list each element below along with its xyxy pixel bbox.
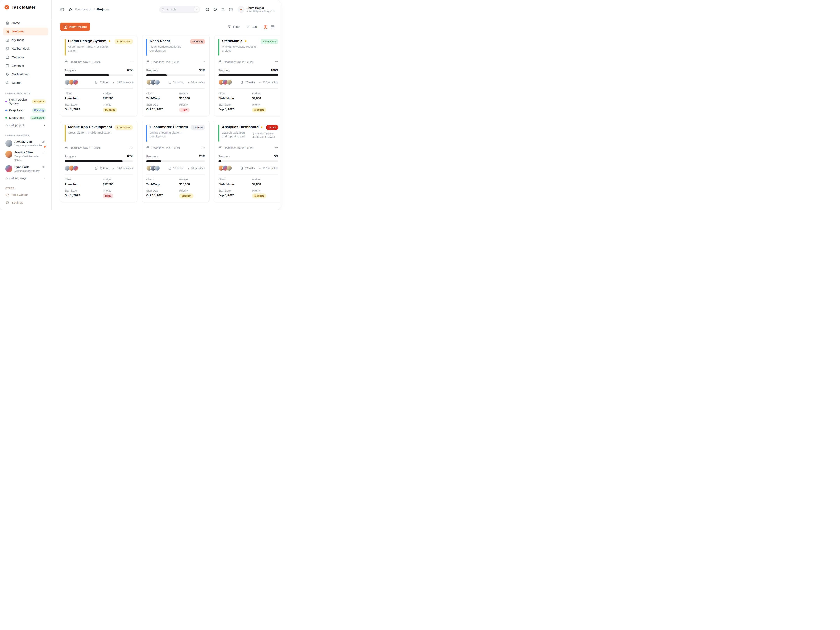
- theme-toggle-icon[interactable]: [205, 7, 210, 12]
- filter-button[interactable]: Filter: [227, 25, 240, 29]
- user-profile[interactable]: Shiva Bajpai shiva@elysiumdesigns.in: [238, 6, 275, 13]
- sidebar-item-contacts[interactable]: Contacts: [3, 62, 48, 69]
- avatar: [5, 151, 13, 158]
- budget-value: $9,800: [252, 96, 278, 100]
- calendar-icon: [146, 60, 150, 63]
- card-header: Analytics Dashboard Data visualization a…: [218, 125, 278, 144]
- message-alex-morgan[interactable]: Alex Morgan 2m Hey, can you review the..…: [3, 138, 48, 149]
- message-time: 3h: [43, 166, 46, 169]
- message-ryan-park[interactable]: Ryan Park 3h Meeting at 3pm today: [3, 164, 48, 174]
- sidebar-item-home[interactable]: Home: [3, 19, 48, 27]
- card-header: E-commerce Platform Online shopping plat…: [146, 125, 205, 144]
- content: New Project Filter Sort: [52, 19, 280, 210]
- project-card-analytics-dashboard[interactable]: Analytics Dashboard Data visualization a…: [214, 121, 280, 202]
- card-description: UI component library for design system: [68, 45, 112, 53]
- search-input[interactable]: [166, 8, 193, 11]
- start-date-label: Start Date: [146, 103, 177, 106]
- start-date-label: Start Date: [218, 189, 250, 192]
- notifications-bell-icon[interactable]: [221, 7, 225, 12]
- deadline-text: Deadline: Nov 15, 2024: [70, 146, 100, 150]
- avatar: [73, 165, 78, 171]
- kanban-icon: [5, 47, 9, 51]
- progress-value: 35%: [199, 68, 205, 72]
- card-header: Keep React React component library devel…: [146, 39, 205, 58]
- see-all-projects[interactable]: See all project: [3, 122, 48, 129]
- other-label: Settings: [12, 201, 23, 204]
- breadcrumb-parent[interactable]: Dashboards: [75, 8, 92, 11]
- tasks-stat: 24 tasks: [95, 81, 109, 84]
- sidebar-item-notifications[interactable]: Notifications: [3, 70, 48, 78]
- budget-value: $18,000: [179, 96, 205, 100]
- latest-project-figma-design-system[interactable]: Figma Design System Progress: [3, 96, 48, 107]
- priority-badge: Medium: [179, 193, 193, 198]
- star-icon[interactable]: [108, 39, 111, 43]
- latest-project-keep-react[interactable]: Keep React Planning: [3, 107, 48, 114]
- sidebar-item-projects[interactable]: Projects: [3, 28, 48, 35]
- sidebar-item-calendar[interactable]: Calendar: [3, 53, 48, 61]
- right-panel-toggle-icon[interactable]: [229, 7, 233, 12]
- new-project-label: New Project: [69, 25, 87, 28]
- topbar-left: [60, 7, 73, 12]
- other-label: Help Center: [12, 193, 28, 197]
- activities-count: 214 activities: [263, 81, 278, 84]
- tasks-count: 18 tasks: [173, 167, 183, 170]
- client-label: Client: [146, 178, 177, 181]
- activities-count: 86 activities: [191, 167, 205, 170]
- progress-value: 65%: [127, 68, 133, 72]
- message-time: 2m: [42, 141, 46, 143]
- other-item-help-center[interactable]: Help Center: [3, 191, 48, 199]
- message-jessica-chen[interactable]: Jessica Chen 1h I've pushed the code cha…: [3, 149, 48, 163]
- sort-button[interactable]: Sort: [246, 25, 257, 29]
- sidebar: Task Master Home Projects My Tasks Kanba…: [0, 0, 52, 210]
- project-card-e-commerce-platform[interactable]: E-commerce Platform Online shopping plat…: [142, 121, 210, 202]
- card-menu-icon[interactable]: [129, 60, 133, 64]
- card-menu-icon[interactable]: [275, 60, 278, 64]
- project-card-staticmania[interactable]: StaticMania Marketing website redesign p…: [214, 35, 280, 117]
- new-project-button[interactable]: New Project: [60, 22, 90, 31]
- card-title: Figma Design System: [68, 39, 106, 43]
- card-avatars: [218, 79, 232, 85]
- card-menu-icon[interactable]: [201, 60, 205, 64]
- list-view-icon[interactable]: [270, 25, 275, 29]
- sidebar-toggle-icon[interactable]: [60, 7, 64, 12]
- latest-project-staticmania[interactable]: StaticMania Completed: [3, 114, 48, 122]
- app-logo[interactable]: Task Master: [3, 3, 48, 11]
- deadline-text: Deadline: Oct 25, 2026: [224, 60, 253, 63]
- card-menu-icon[interactable]: [201, 146, 205, 150]
- card-title: StaticMania: [222, 39, 243, 43]
- project-card-mobile-app-development[interactable]: Mobile App Development Cross-platform mo…: [60, 121, 137, 202]
- plus-icon: [63, 25, 68, 29]
- project-card-figma-design-system[interactable]: Figma Design System UI component library…: [60, 35, 137, 117]
- card-description: Online shopping platform development: [150, 131, 188, 139]
- project-card-keep-react[interactable]: Keep React React component library devel…: [142, 35, 210, 117]
- grid-view-icon[interactable]: [263, 25, 268, 29]
- topbar: Dashboards / Projects / Shiva Ba: [52, 0, 280, 19]
- progress-fill: [218, 160, 221, 162]
- nav-label: Calendar: [12, 55, 24, 59]
- card-accent-bar: [146, 39, 147, 55]
- search-bar[interactable]: /: [159, 6, 200, 13]
- other-item-settings[interactable]: Settings: [3, 199, 48, 207]
- see-all-messages[interactable]: See all message: [3, 174, 48, 182]
- sidebar-item-my-tasks[interactable]: My Tasks: [3, 36, 48, 44]
- activities-stat: 86 activities: [186, 166, 205, 170]
- tasks-file-icon: [95, 81, 98, 84]
- nav-label: Search: [12, 81, 21, 85]
- nav-label: Home: [12, 21, 20, 25]
- budget-value: $18,000: [179, 182, 205, 186]
- budget-value: $12,500: [103, 96, 133, 100]
- history-icon[interactable]: [213, 7, 217, 12]
- calendar-icon: [5, 55, 9, 59]
- star-icon[interactable]: [244, 39, 247, 43]
- sidebar-item-kanban-desk[interactable]: Kanban desk: [3, 45, 48, 52]
- latest-message-list: Alex Morgan 2m Hey, can you review the..…: [3, 138, 48, 174]
- avatar: [227, 165, 232, 171]
- favorite-star-icon[interactable]: [68, 7, 73, 12]
- nav-label: My Tasks: [12, 38, 24, 42]
- card-menu-icon[interactable]: [129, 146, 133, 150]
- contacts-icon: [5, 64, 9, 68]
- card-menu-icon[interactable]: [275, 146, 278, 150]
- sidebar-item-search[interactable]: Search: [3, 79, 48, 87]
- start-date-value: Sep 5, 2023: [218, 193, 250, 197]
- progress-bar: [218, 160, 278, 162]
